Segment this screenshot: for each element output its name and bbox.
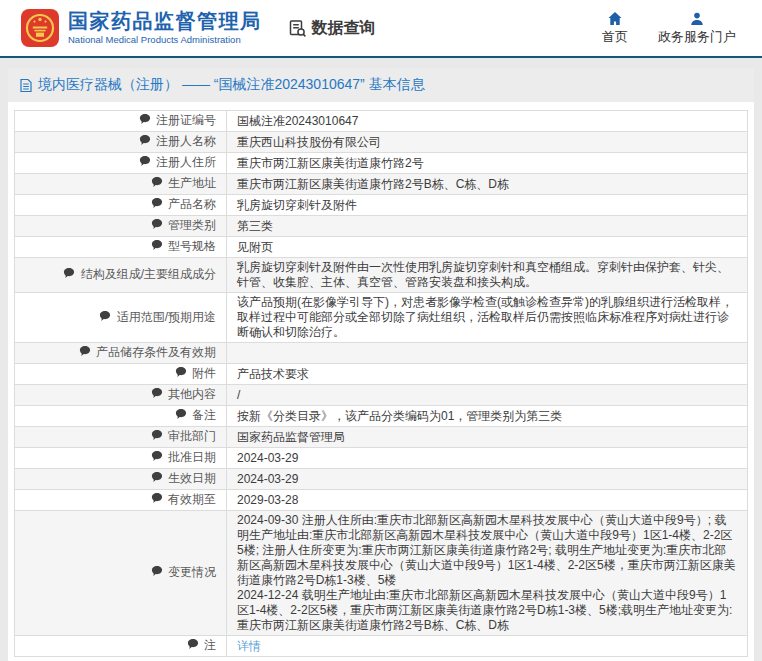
nav-portal-label: 政务服务门户	[658, 28, 736, 46]
table-row: 其他内容 /	[15, 385, 748, 406]
table-row: 产品名称 乳房旋切穿刺针及附件	[15, 195, 748, 216]
data-query-label: 数据查询	[312, 18, 376, 39]
nmpa-logo	[20, 8, 60, 48]
nav-home[interactable]: 首页	[602, 11, 628, 46]
field-label: 适用范围/预期用途	[15, 293, 227, 343]
comment-icon	[151, 387, 163, 403]
comment-icon	[175, 366, 187, 382]
table-row: 型号规格 见附页	[15, 237, 748, 258]
table-row: 产品储存条件及有效期	[15, 343, 748, 364]
field-label: 有效期至	[15, 490, 227, 511]
comment-icon	[151, 450, 163, 466]
comment-icon	[139, 155, 151, 171]
table-row: 有效期至 2029-03-28	[15, 490, 748, 511]
field-value: 国械注准20243010647	[227, 111, 748, 132]
table-row: 审批部门 国家药品监督管理局	[15, 427, 748, 448]
field-label: 注册证编号	[15, 111, 227, 132]
table-row: 批准日期 2024-03-29	[15, 448, 748, 469]
detail-link[interactable]: 详情	[237, 639, 261, 653]
comment-icon	[151, 492, 163, 508]
field-label-text: 生产地址	[168, 176, 216, 190]
site-header: 国家药品监督管理局 National Medical Products Admi…	[0, 0, 762, 58]
field-label-text: 型号规格	[168, 239, 216, 253]
field-label-text: 注	[204, 638, 216, 652]
agency-name-en: National Medical Products Administration	[68, 34, 262, 45]
user-icon	[689, 11, 705, 26]
field-label-text: 备注	[192, 408, 216, 422]
breadcrumb: 境内医疗器械（注册） —— “国械注准20243010647” 基本信息	[8, 68, 754, 102]
field-label: 产品名称	[15, 195, 227, 216]
field-label: 变更情况	[15, 511, 227, 636]
comment-icon	[99, 310, 111, 326]
table-row: 生效日期 2024-03-29	[15, 469, 748, 490]
field-label-text: 附件	[192, 366, 216, 380]
comment-icon	[139, 134, 151, 150]
field-value: 该产品预期(在影像学引导下)，对患者影像学检查(或触诊检查异常)的乳腺组织进行活…	[227, 293, 748, 343]
table-row: 注 详情	[15, 636, 748, 657]
field-label: 生产地址	[15, 174, 227, 195]
comment-icon	[175, 408, 187, 424]
field-value: 2024-03-29	[227, 448, 748, 469]
field-value: 2024-03-29	[227, 469, 748, 490]
comment-icon	[151, 429, 163, 445]
field-label: 注	[15, 636, 227, 657]
field-label-text: 结构及组成/主要组成成分	[81, 267, 216, 281]
field-label-text: 注册人住所	[156, 155, 216, 169]
field-value: 见附页	[227, 237, 748, 258]
document-icon	[20, 78, 32, 93]
field-value: 2024-09-30 注册人住所由:重庆市北部新区高新园木星科技发展中心（黄山大…	[227, 511, 748, 636]
comment-icon	[151, 197, 163, 213]
brand[interactable]: 国家药品监督管理局 National Medical Products Admi…	[20, 8, 262, 48]
document-search-icon	[288, 19, 307, 38]
field-label: 附件	[15, 364, 227, 385]
field-value: 重庆市两江新区康美街道康竹路2号	[227, 153, 748, 174]
comment-icon	[151, 239, 163, 255]
field-label-text: 有效期至	[168, 492, 216, 506]
table-row: 注册证编号 国械注准20243010647	[15, 111, 748, 132]
field-label-text: 变更情况	[168, 565, 216, 579]
table-row: 适用范围/预期用途 该产品预期(在影像学引导下)，对患者影像学检查(或触诊检查异…	[15, 293, 748, 343]
table-row: 管理类别 第三类	[15, 216, 748, 237]
nav-portal[interactable]: 政务服务门户	[658, 11, 736, 46]
field-label-text: 批准日期	[168, 450, 216, 464]
comment-icon	[63, 267, 75, 283]
field-value: 国家药品监督管理局	[227, 427, 748, 448]
field-label: 产品储存条件及有效期	[15, 343, 227, 364]
info-table: 注册证编号 国械注准20243010647 注册人名称 重庆西山科技股份有限公司…	[14, 110, 748, 657]
field-label-text: 注册人名称	[156, 134, 216, 148]
field-label: 审批部门	[15, 427, 227, 448]
table-row: 注册人住所 重庆市两江新区康美街道康竹路2号	[15, 153, 748, 174]
breadcrumb-text: 境内医疗器械（注册） —— “国械注准20243010647” 基本信息	[38, 76, 425, 94]
field-value: 重庆西山科技股份有限公司	[227, 132, 748, 153]
field-value: /	[227, 385, 748, 406]
field-value: 产品技术要求	[227, 364, 748, 385]
field-label: 生效日期	[15, 469, 227, 490]
field-label: 注册人住所	[15, 153, 227, 174]
field-label: 备注	[15, 406, 227, 427]
field-label: 结构及组成/主要组成成分	[15, 258, 227, 293]
agency-name-zh: 国家药品监督管理局	[68, 11, 262, 32]
field-label: 型号规格	[15, 237, 227, 258]
brand-text: 国家药品监督管理局 National Medical Products Admi…	[68, 11, 262, 45]
table-row: 结构及组成/主要组成成分 乳房旋切穿刺针及附件由一次性使用乳房旋切穿刺针和真空桶…	[15, 258, 748, 293]
table-row: 备注 按新《分类目录》，该产品分类编码为01，管理类别为第三类	[15, 406, 748, 427]
field-label-text: 产品储存条件及有效期	[96, 345, 216, 359]
field-label-text: 注册证编号	[156, 113, 216, 127]
field-value	[227, 343, 748, 364]
field-label: 其他内容	[15, 385, 227, 406]
nav-home-label: 首页	[602, 28, 628, 46]
field-label-text: 适用范围/预期用途	[117, 310, 216, 324]
data-query-button[interactable]: 数据查询	[288, 18, 376, 39]
field-label-text: 产品名称	[168, 197, 216, 211]
content-card: 境内医疗器械（注册） —— “国械注准20243010647” 基本信息 注册证…	[8, 68, 754, 661]
comment-icon	[139, 113, 151, 129]
field-value: 按新《分类目录》，该产品分类编码为01，管理类别为第三类	[227, 406, 748, 427]
field-label: 批准日期	[15, 448, 227, 469]
table-row: 注册人名称 重庆西山科技股份有限公司	[15, 132, 748, 153]
comment-icon	[151, 471, 163, 487]
comment-icon	[187, 638, 199, 654]
field-label-text: 审批部门	[168, 429, 216, 443]
table-row: 附件 产品技术要求	[15, 364, 748, 385]
field-label-text: 管理类别	[168, 218, 216, 232]
field-label: 管理类别	[15, 216, 227, 237]
